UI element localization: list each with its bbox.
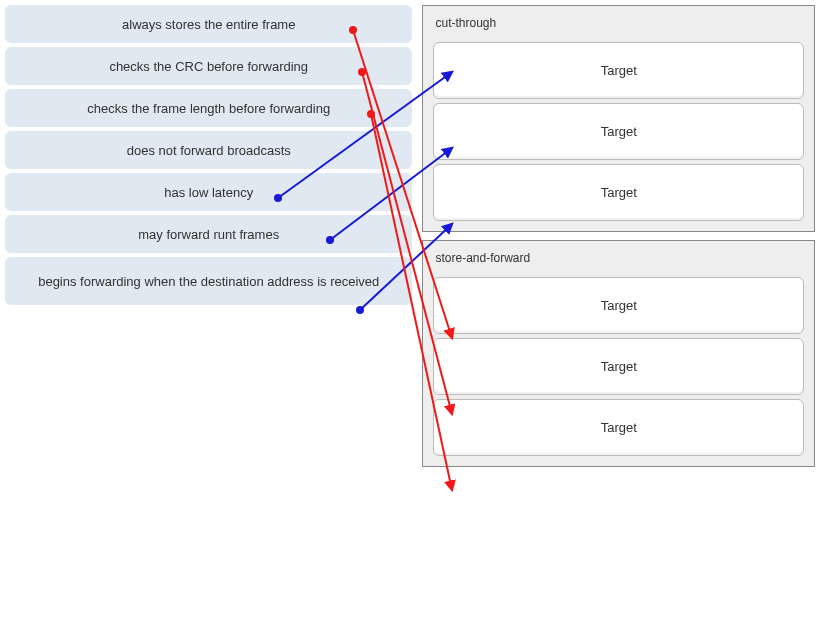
source-item[interactable]: does not forward broadcasts <box>5 131 412 169</box>
source-item[interactable]: has low latency <box>5 173 412 211</box>
target-groups: cut-through Target Target Target store-a… <box>422 5 815 467</box>
target-box[interactable]: Target <box>433 338 804 395</box>
source-list: always stores the entire frame checks th… <box>5 5 412 467</box>
group-title: store-and-forward <box>429 247 808 273</box>
target-box[interactable]: Target <box>433 399 804 456</box>
target-box[interactable]: Target <box>433 103 804 160</box>
source-item[interactable]: checks the frame length before forwardin… <box>5 89 412 127</box>
group-title: cut-through <box>429 12 808 38</box>
target-box[interactable]: Target <box>433 277 804 334</box>
target-box[interactable]: Target <box>433 42 804 99</box>
source-item[interactable]: may forward runt frames <box>5 215 412 253</box>
target-group-cut-through: cut-through Target Target Target <box>422 5 815 232</box>
source-item[interactable]: checks the CRC before forwarding <box>5 47 412 85</box>
source-item[interactable]: begins forwarding when the destination a… <box>5 257 412 305</box>
target-box[interactable]: Target <box>433 164 804 221</box>
source-item[interactable]: always stores the entire frame <box>5 5 412 43</box>
target-group-store-and-forward: store-and-forward Target Target Target <box>422 240 815 467</box>
